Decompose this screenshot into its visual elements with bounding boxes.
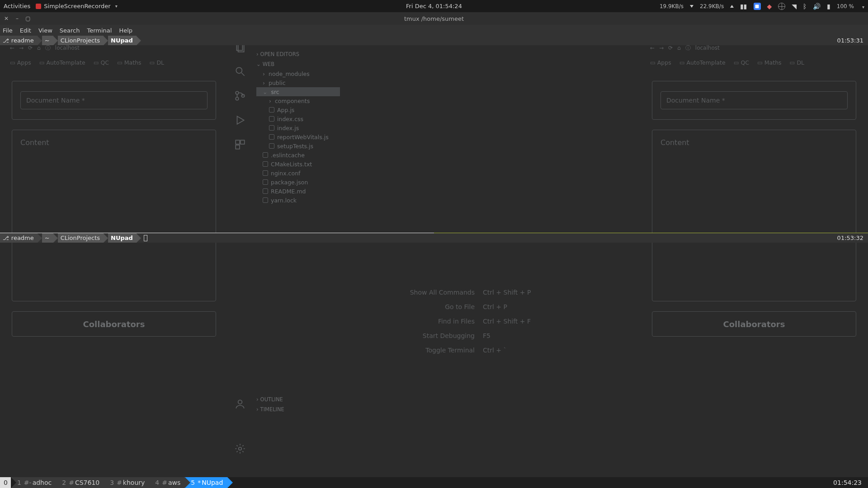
net-down: 19.9KB/s bbox=[660, 3, 684, 9]
pane-clock-bottom: 01:53:32 bbox=[837, 235, 863, 241]
window-title-text: tmux /home/sumeet bbox=[404, 15, 464, 22]
close-icon[interactable]: ✕ bbox=[4, 16, 9, 21]
menu-terminal[interactable]: Terminal bbox=[87, 27, 112, 34]
menu-edit[interactable]: Edit bbox=[20, 27, 31, 34]
maximize-icon[interactable]: ▢ bbox=[25, 16, 31, 21]
indicator-orange-icon[interactable]: ◆ bbox=[767, 3, 772, 10]
session-indicator[interactable]: 0 bbox=[0, 477, 11, 488]
terminal-menubar: File Edit View Search Terminal Help bbox=[0, 25, 868, 36]
tmux-window-khoury[interactable]: 3#khoury bbox=[104, 477, 149, 488]
battery-percent: 100 % bbox=[837, 3, 854, 9]
system-menu[interactable] bbox=[860, 3, 864, 10]
battery-icon[interactable]: ▮ bbox=[827, 3, 830, 10]
pane-clock-top: 01:53:31 bbox=[837, 37, 863, 44]
status-clock: 01:54:23 bbox=[827, 479, 868, 486]
menu-help[interactable]: Help bbox=[119, 27, 132, 34]
menu-file[interactable]: File bbox=[3, 27, 13, 34]
bluetooth-icon[interactable]: ᛒ bbox=[803, 3, 807, 10]
net-up: 22.9KB/s bbox=[700, 3, 724, 9]
tmux-window-adhoc[interactable]: 1#-adhoc bbox=[11, 477, 56, 488]
volume-icon[interactable]: 🔊 bbox=[813, 3, 821, 10]
video-icon[interactable]: ▮▮ bbox=[740, 3, 747, 10]
window-titlebar: ✕ – ▢ tmux /home/sumeet bbox=[0, 12, 868, 25]
wifi-icon[interactable]: ◥ bbox=[792, 3, 797, 10]
app-menu[interactable]: SimpleScreenRecorder bbox=[36, 3, 117, 9]
zoom-icon[interactable]: ■ bbox=[754, 3, 761, 10]
menu-view[interactable]: View bbox=[38, 27, 52, 34]
menu-search[interactable]: Search bbox=[60, 27, 80, 34]
minimize-icon[interactable]: – bbox=[14, 16, 20, 21]
powerline-prompt: readme ~ CLionProjects NUpad bbox=[0, 36, 141, 45]
tmux-window-nupad[interactable]: 5*NUpad bbox=[184, 477, 227, 488]
down-arrow-icon bbox=[690, 5, 693, 8]
clock[interactable]: Fri Dec 4, 01:54:24 bbox=[406, 3, 462, 9]
activities-button[interactable]: Activities bbox=[4, 3, 30, 9]
tmux-window-cs7610[interactable]: 2#CS7610 bbox=[56, 477, 104, 488]
powerline-prompt: readme ~ CLionProjects NUpad bbox=[0, 233, 147, 243]
gnome-top-bar: Activities SimpleScreenRecorder Fri Dec … bbox=[0, 0, 868, 12]
recorder-icon bbox=[36, 4, 41, 9]
globe-icon[interactable] bbox=[778, 3, 785, 10]
up-arrow-icon bbox=[730, 5, 734, 8]
terminal-cursor bbox=[144, 235, 147, 241]
tmux-pane-bottom[interactable]: readme ~ CLionProjects NUpad 01:53:32 bbox=[0, 233, 868, 477]
tmux-pane-top[interactable]: readme ~ CLionProjects NUpad 01:53:31 bbox=[0, 36, 868, 233]
tmux-status-bar: 0 1#-adhoc2#CS76103#khoury4#aws5*NUpad 0… bbox=[0, 477, 868, 488]
